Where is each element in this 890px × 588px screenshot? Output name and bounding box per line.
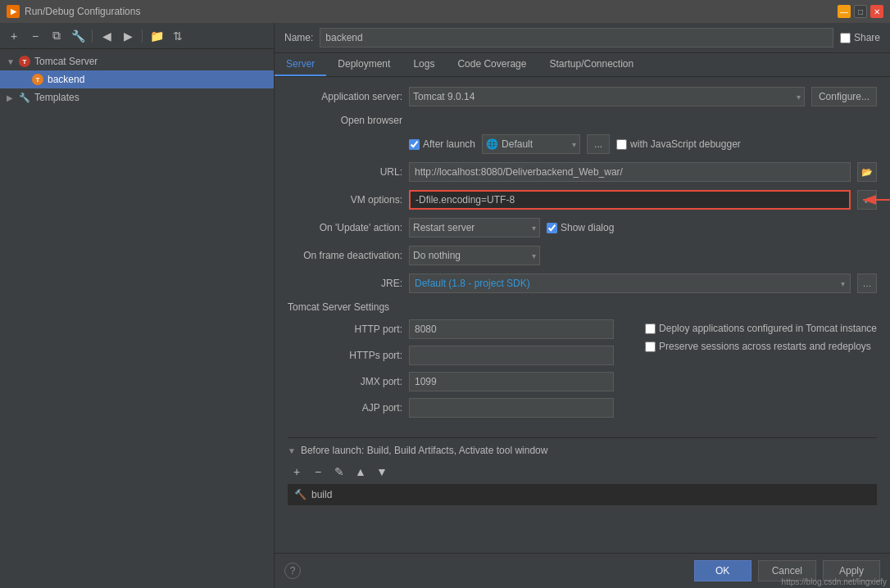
update-action-value: Restart server [413, 222, 475, 233]
move-down-button[interactable]: ▶ [119, 27, 137, 45]
name-label: Name: [284, 32, 313, 43]
before-launch-remove-button[interactable]: − [309, 463, 327, 481]
vm-options-expand-button[interactable]: ⤢ [857, 190, 877, 210]
tomcat-server-label: Tomcat Server [34, 56, 98, 67]
add-config-button[interactable]: + [5, 27, 23, 45]
preserve-sessions-label: Preserve sessions across restarts and re… [645, 341, 877, 352]
app-server-select[interactable]: Tomcat 9.0.14 ▾ [409, 87, 805, 106]
before-launch-section: ▼ Before launch: Build, Build Artifacts,… [288, 437, 877, 505]
title-bar-left: ▶ Run/Debug Configurations [7, 5, 140, 18]
tomcat-settings-title: Tomcat Server Settings [288, 301, 877, 313]
url-input[interactable] [409, 162, 851, 182]
sidebar-item-backend[interactable]: T backend [0, 70, 274, 88]
js-debugger-checkbox[interactable] [616, 139, 627, 150]
jre-row: JRE: Default (1.8 - project SDK) ▾ … [288, 274, 877, 293]
browser-value: Default [502, 138, 533, 150]
port-deploy-container: HTTP port: HTTPs port: JMX port: [288, 319, 877, 424]
vm-options-input[interactable] [409, 190, 851, 210]
app-server-value: Tomcat 9.0.14 [413, 91, 475, 102]
app-server-arrow: ▾ [797, 93, 801, 102]
folder-button[interactable]: 📁 [148, 27, 166, 45]
open-browser-section: Open browser After launch 🌐 Default ▾ ..… [288, 115, 877, 154]
jmx-port-label: JMX port: [288, 376, 402, 387]
before-launch-collapse-icon[interactable]: ▼ [288, 446, 296, 455]
https-port-input[interactable] [409, 346, 614, 365]
templates-label: Templates [34, 92, 79, 103]
url-browse-button[interactable]: 📂 [857, 162, 877, 182]
jre-more-button[interactable]: … [857, 274, 877, 293]
ajp-port-label: AJP port: [288, 402, 402, 414]
jmx-port-input[interactable] [409, 372, 614, 391]
name-input[interactable] [320, 28, 833, 47]
url-row: URL: 📂 [288, 162, 877, 182]
sidebar-item-tomcat-server[interactable]: ▼ T Tomcat Server [0, 52, 274, 70]
open-browser-row: After launch 🌐 Default ▾ ... with JavaSc… [288, 134, 877, 154]
update-action-arrow: ▾ [532, 224, 536, 233]
update-action-row: On 'Update' action: Restart server ▾ Sho… [288, 218, 877, 237]
server-tab-content: Application server: Tomcat 9.0.14 ▾ Conf… [275, 77, 890, 553]
jre-label: JRE: [288, 278, 402, 289]
before-launch-edit-button[interactable]: ✎ [330, 463, 348, 481]
show-dialog-checkbox[interactable] [547, 223, 557, 233]
sidebar-item-templates[interactable]: ▶ 🔧 Templates [0, 88, 274, 106]
app-icon: ▶ [7, 5, 20, 18]
preserve-sessions-checkbox[interactable] [645, 341, 656, 352]
update-action-label: On 'Update' action: [288, 222, 402, 233]
move-up-button[interactable]: ◀ [98, 27, 116, 45]
jmx-port-row: JMX port: [288, 372, 632, 391]
before-launch-down-button[interactable]: ▼ [373, 463, 391, 481]
port-fields: HTTP port: HTTPs port: JMX port: [288, 319, 632, 424]
help-button[interactable]: ? [284, 563, 301, 579]
before-launch-add-button[interactable]: + [288, 463, 306, 481]
configure-button[interactable]: Configure... [811, 87, 877, 106]
browser-select[interactable]: 🌐 Default ▾ [482, 134, 580, 154]
browser-more-button[interactable]: ... [587, 134, 610, 154]
close-button[interactable]: ✕ [870, 5, 883, 18]
browser-arrow: ▾ [572, 140, 576, 149]
tab-logs[interactable]: Logs [402, 53, 446, 76]
copy-config-button[interactable]: ⧉ [48, 27, 66, 45]
deploy-fields: Deploy applications configured in Tomcat… [645, 319, 877, 424]
minimize-button[interactable]: — [838, 5, 851, 18]
show-dialog-label: Show dialog [547, 222, 614, 233]
tab-code-coverage[interactable]: Code Coverage [446, 53, 538, 76]
backend-label: backend [48, 74, 84, 85]
https-port-row: HTTPs port: [288, 346, 632, 365]
js-debugger-label: with JavaScript debugger [616, 138, 741, 150]
url-label: URL: [288, 166, 402, 178]
name-bar: Name: Share [275, 23, 890, 53]
before-launch-header: ▼ Before launch: Build, Build Artifacts,… [288, 445, 877, 456]
sort-button[interactable]: ⇅ [169, 27, 187, 45]
maximize-button[interactable]: □ [854, 5, 867, 18]
backend-icon: T [31, 73, 44, 86]
remove-config-button[interactable]: − [26, 27, 44, 45]
share-checkbox-container: Share [840, 32, 880, 43]
before-launch-item[interactable]: 🔨 build [288, 484, 877, 505]
expand-arrow-templates: ▶ [7, 93, 16, 102]
ajp-port-input[interactable] [409, 398, 614, 418]
frame-deactivation-select[interactable]: Do nothing ▾ [409, 246, 540, 265]
tab-server[interactable]: Server [275, 53, 326, 76]
main-content: + − ⧉ 🔧 ◀ ▶ 📁 ⇅ ▼ T Tomcat Server [0, 23, 890, 588]
settings-config-button[interactable]: 🔧 [69, 27, 87, 45]
app-server-label: Application server: [288, 91, 402, 102]
after-launch-checkbox[interactable] [409, 139, 420, 150]
right-panel: Name: Share Server Deployment Logs Code … [275, 23, 890, 588]
deploy-tomcat-label: Deploy applications configured in Tomcat… [645, 323, 877, 334]
share-checkbox[interactable] [840, 33, 851, 43]
tab-startup-connection[interactable]: Startup/Connection [538, 53, 645, 76]
jre-select[interactable]: Default (1.8 - project SDK) ▾ [409, 274, 851, 293]
deploy-tomcat-checkbox[interactable] [645, 323, 656, 334]
vm-options-row: VM options: ⤢ [288, 190, 877, 210]
https-port-label: HTTPs port: [288, 350, 402, 361]
http-port-input[interactable] [409, 319, 614, 339]
tab-deployment[interactable]: Deployment [326, 53, 402, 76]
http-port-label: HTTP port: [288, 323, 402, 335]
tabs-bar: Server Deployment Logs Code Coverage Sta… [275, 53, 890, 77]
open-browser-label-row: Open browser [288, 115, 877, 126]
update-action-select[interactable]: Restart server ▾ [409, 218, 540, 237]
frame-deactivation-label: On frame deactivation: [288, 250, 402, 261]
toolbar-separator-1 [92, 29, 93, 43]
ok-button[interactable]: OK [694, 560, 752, 581]
before-launch-up-button[interactable]: ▲ [352, 463, 370, 481]
